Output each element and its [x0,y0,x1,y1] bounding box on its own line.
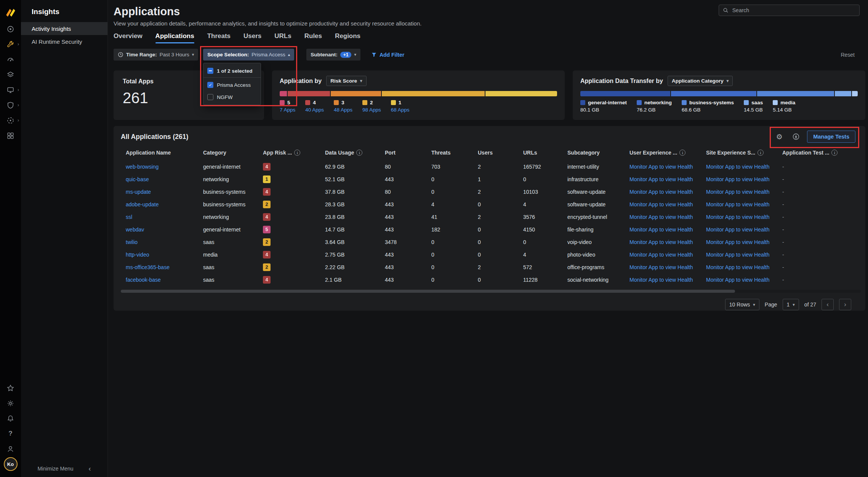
column-header[interactable]: Category i [203,148,263,160]
checkbox-icon[interactable] [207,94,213,100]
user-experience-link[interactable]: Monitor App to view Health [629,214,706,220]
user-experience-link[interactable]: Monitor App to view Health [629,164,706,170]
manage-tests-button[interactable]: Manage Tests [807,131,855,143]
info-icon[interactable]: i [356,150,362,156]
page-number-select[interactable]: 1 ▾ [783,299,799,310]
app-name-link[interactable]: facebook-base [126,277,203,283]
legend-value-link[interactable]: 98 Apps [362,107,381,113]
rail-item-gauge[interactable] [0,52,21,67]
horizontal-scrollbar[interactable] [121,290,861,293]
user-experience-link[interactable]: Monitor App to view Health [629,277,706,283]
column-header[interactable]: Subcategory i [567,148,629,160]
rail-item-dashed-circle[interactable]: › [0,113,21,128]
sidebar-item[interactable]: AI Runtime Security [21,35,107,48]
user-experience-link[interactable]: Monitor App to view Health [629,176,706,182]
application-category-select[interactable]: Application Category ▾ [668,76,733,86]
site-experience-link[interactable]: Monitor App to view Health [706,164,782,170]
site-experience-link[interactable]: Monitor App to view Health [706,201,782,207]
rail-item-profile[interactable] [0,441,21,456]
minimize-menu-button[interactable]: Minimize Menu ‹ [21,460,107,477]
scope-summary-row[interactable]: 1 of 2 selected [203,65,261,78]
app-name-link[interactable]: ssl [126,214,203,220]
subtenant-filter[interactable]: Subtenant: +1 ▾ [306,49,360,61]
site-experience-link[interactable]: Monitor App to view Health [706,227,782,233]
site-experience-link[interactable]: Monitor App to view Health [706,264,782,270]
rail-item-target[interactable] [0,21,21,37]
app-name-link[interactable]: http-video [126,252,203,258]
rail-item-help[interactable]: ? [0,426,21,441]
info-icon[interactable]: i [831,150,838,156]
user-experience-link[interactable]: Monitor App to view Health [629,227,706,233]
site-experience-link[interactable]: Monitor App to view Health [706,189,782,195]
scrollbar-thumb[interactable] [121,290,735,293]
user-experience-link[interactable]: Monitor App to view Health [629,189,706,195]
info-icon[interactable]: i [679,150,685,156]
rail-item-grid[interactable] [0,128,21,143]
column-header[interactable]: URLs i [523,148,567,160]
rail-item-account[interactable]: Ko [0,456,21,472]
tab[interactable]: Applications [155,32,194,43]
reset-filters-button[interactable]: Reset [841,52,855,58]
legend-value-link[interactable]: 48 Apps [334,107,352,113]
rail-item-tools-active[interactable]: › [0,37,21,52]
column-header[interactable]: Data Usage i [325,148,385,160]
app-name-link[interactable]: quic-base [126,176,203,182]
info-icon[interactable]: i [757,150,764,156]
column-header[interactable]: User Experience ... i [629,148,706,160]
table-settings-button[interactable]: ⚙ [774,131,785,142]
column-header[interactable]: Application Test ... i [782,148,865,160]
user-experience-link[interactable]: Monitor App to view Health [629,201,706,207]
app-name-link[interactable]: adobe-update [126,201,203,207]
scope-option[interactable]: NGFW [203,91,261,103]
sidebar-item[interactable]: Activity Insights [21,22,107,35]
tab[interactable]: Overview [114,32,143,43]
legend-value-link[interactable]: 7 Apps [280,107,295,113]
site-experience-link[interactable]: Monitor App to view Health [706,277,782,283]
user-experience-link[interactable]: Monitor App to view Health [629,239,706,245]
rail-item-favorites[interactable] [0,380,21,396]
rail-item-shield[interactable]: › [0,97,21,113]
tab[interactable]: Threats [207,32,231,43]
info-icon[interactable]: i [294,150,300,156]
tab[interactable]: URLs [274,32,291,43]
search-input[interactable] [732,7,855,14]
site-experience-link[interactable]: Monitor App to view Health [706,176,782,182]
column-header[interactable]: App Risk ... i [263,148,325,160]
scope-selection-filter[interactable]: Scope Selection: Prisma Access ▴ [203,49,294,61]
avatar[interactable]: Ko [4,457,18,471]
user-experience-link[interactable]: Monitor App to view Health [629,264,706,270]
column-header[interactable]: Port i [385,148,431,160]
rail-item-layers[interactable] [0,67,21,82]
checkbox-icon[interactable] [207,82,213,88]
rail-item-notifications[interactable] [0,411,21,426]
app-name-link[interactable]: ms-office365-base [126,264,203,270]
tab[interactable]: Regions [335,32,360,43]
add-filter-button[interactable]: Add Filter [371,52,404,58]
app-name-link[interactable]: webdav [126,227,203,233]
site-experience-link[interactable]: Monitor App to view Health [706,239,782,245]
time-range-filter[interactable]: Time Range: Past 3 Hours ▾ [114,49,198,61]
select-all-checkbox-icon[interactable] [207,68,213,74]
legend-value-link[interactable]: 40 Apps [305,107,324,113]
site-experience-link[interactable]: Monitor App to view Health [706,214,782,220]
app-name-link[interactable]: twilio [126,239,203,245]
global-search[interactable] [719,5,860,16]
column-header[interactable]: Application Name i [126,148,203,160]
next-page-button[interactable]: › [839,299,851,310]
company-logo-icon[interactable] [5,4,16,21]
scope-option[interactable]: Prisma Access [203,79,261,91]
column-header[interactable]: Site Experience S... i [706,148,782,160]
column-header[interactable]: Users i [478,148,523,160]
user-experience-link[interactable]: Monitor App to view Health [629,252,706,258]
previous-page-button[interactable]: ‹ [822,299,834,310]
app-name-link[interactable]: ms-update [126,189,203,195]
risk-score-select[interactable]: Risk Score ▾ [326,76,366,86]
column-header[interactable]: Threats i [431,148,478,160]
tab[interactable]: Rules [304,32,322,43]
table-download-button[interactable] [790,131,802,142]
legend-value-link[interactable]: 68 Apps [391,107,410,113]
rail-item-monitor[interactable]: › [0,82,21,97]
site-experience-link[interactable]: Monitor App to view Health [706,252,782,258]
tab[interactable]: Users [243,32,261,43]
rows-per-page-select[interactable]: 10 Rows ▾ [725,299,759,310]
